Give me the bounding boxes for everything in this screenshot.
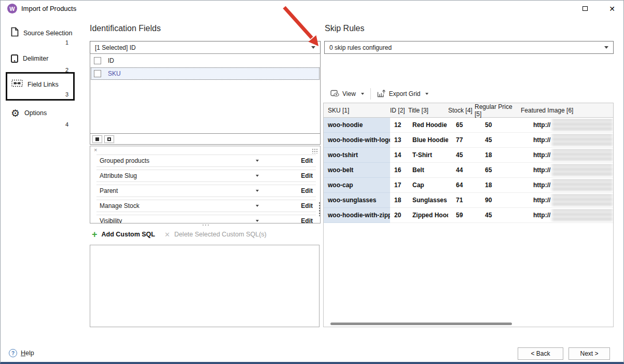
edit-link[interactable]: Edit [298, 172, 313, 179]
step-label: Delimiter [23, 55, 48, 62]
url-prefix: http:// [533, 212, 550, 219]
url-prefix: http:// [533, 136, 550, 144]
help-button[interactable]: ? Help [9, 349, 34, 357]
chevron-down-icon [256, 190, 259, 192]
col-header-featured-image[interactable]: Featured Image [6] [521, 107, 613, 114]
add-custom-sql-button[interactable]: Add Custom SQL [102, 231, 155, 238]
mapping-dropdown[interactable] [254, 205, 298, 207]
window-title: Import of Products [21, 5, 76, 12]
export-grid-icon [377, 89, 386, 99]
table-row[interactable]: woo-belt 16 Belt 44 65 http:// [324, 163, 613, 178]
col-header-stock[interactable]: Stock [4] [448, 107, 475, 114]
delete-custom-sql-button-disabled[interactable]: Delete Selected Custom SQL(s) [174, 231, 267, 238]
chevron-down-icon [256, 220, 259, 222]
cell-regular-price: 18 [475, 181, 521, 189]
mapping-dropdown[interactable] [254, 220, 298, 222]
deselect-all-icon[interactable] [104, 135, 114, 143]
back-button[interactable]: < Back [518, 347, 563, 360]
field-mapping-row[interactable]: Manage Stock Edit [96, 200, 316, 212]
maximize-button[interactable] [576, 2, 594, 15]
mapping-dropdown[interactable] [254, 160, 298, 162]
field-mapping-row[interactable]: Attribute Slug Edit [96, 170, 316, 182]
sidebar-step-field-links-active[interactable]: Field Links 3 [6, 72, 75, 101]
panel-drag-handle-horizontal[interactable] [202, 224, 210, 226]
checkbox-sku[interactable] [94, 70, 101, 77]
cell-featured-image: http:// [521, 119, 613, 132]
cell-regular-price: 45 [475, 212, 521, 219]
cell-sku: woo-hoodie-with-zipper [324, 208, 390, 223]
table-row[interactable]: woo-cap 17 Cap 64 18 http:// [324, 178, 613, 193]
mapping-field-name: Attribute Slug [100, 172, 254, 179]
document-icon [11, 27, 19, 39]
panel-drag-handle-vertical[interactable] [318, 202, 321, 216]
redacted-url-blur [552, 179, 613, 192]
edit-link[interactable]: Edit [298, 202, 313, 209]
cell-title: Zipped Hoodie [408, 212, 448, 219]
cell-stock: 71 [448, 197, 475, 204]
field-mapping-row[interactable]: Grouped products Edit [96, 155, 316, 167]
cell-sku: woo-hoodie-with-logo [324, 133, 390, 148]
cell-sku: woo-sunglasses [324, 193, 390, 208]
cell-id: 17 [390, 181, 408, 189]
edit-link[interactable]: Edit [298, 217, 313, 223]
select-all-icon[interactable] [92, 135, 102, 143]
cell-id: 18 [390, 197, 408, 204]
table-row[interactable]: woo-hoodie 12 Red Hoodie 65 50 http:// [324, 118, 613, 133]
col-header-regular-price[interactable]: Regular Price [5] [475, 103, 521, 118]
chevron-down-icon [311, 46, 315, 49]
field-option-id[interactable]: ID [91, 54, 320, 67]
cell-regular-price: 65 [475, 166, 521, 174]
cell-featured-image: http:// [521, 209, 613, 222]
field-option-sku[interactable]: SKU [91, 67, 320, 80]
cell-title: T-Shirt [408, 151, 448, 159]
dropdown-value: 0 skip rules configured [329, 44, 392, 51]
table-row[interactable]: woo-sunglasses 18 Sunglasses 71 90 http:… [324, 193, 613, 208]
table-row[interactable]: woo-tshirt 14 T-Shirt 45 18 http:// [324, 148, 613, 163]
col-header-title[interactable]: Title [3] [408, 107, 448, 114]
custom-sql-list-box[interactable] [90, 245, 320, 327]
edit-link[interactable]: Edit [298, 157, 313, 164]
col-header-id[interactable]: ID [2] [390, 107, 408, 114]
field-mapping-row[interactable]: Visibility Edit [96, 215, 316, 223]
checkbox-id[interactable] [94, 57, 101, 64]
next-button[interactable]: Next > [568, 347, 610, 360]
preview-grid: SKU [1] ID [2] Title [3] Stock [4] Regul… [323, 103, 614, 327]
cell-stock: 44 [448, 166, 475, 174]
title-bar: W Import of Products ✕ [1, 1, 623, 16]
step-label: Source Selection [23, 30, 73, 37]
resize-grip-icon[interactable] [312, 148, 317, 153]
export-grid-label: Export Grid [389, 90, 421, 97]
dropdown-value: [1 Selected] ID [95, 44, 136, 51]
edit-link[interactable]: Edit [298, 187, 313, 194]
field-mapping-rows: Grouped products Edit Attribute Slug Edi… [90, 155, 320, 223]
col-header-sku[interactable]: SKU [1] [324, 107, 390, 114]
help-question-icon: ? [9, 349, 17, 357]
grid-header-row: SKU [1] ID [2] Title [3] Stock [4] Regul… [324, 103, 613, 118]
field-mapping-row[interactable]: Parent Edit [96, 185, 316, 197]
cell-id: 13 [390, 136, 408, 144]
cell-stock: 77 [448, 136, 475, 144]
identification-fields-dropdown[interactable]: [1 Selected] ID [90, 41, 321, 54]
table-row[interactable]: woo-hoodie-with-zipper 20 Zipped Hoodie … [324, 208, 613, 223]
mapping-dropdown[interactable] [254, 175, 298, 177]
table-row[interactable]: woo-hoodie-with-logo 13 Blue Hoodie 77 4… [324, 133, 613, 148]
close-button[interactable]: ✕ [603, 2, 621, 15]
export-grid-menu-button[interactable]: Export Grid [373, 89, 433, 99]
cell-regular-price: 90 [475, 197, 521, 204]
mapping-field-name: Manage Stock [100, 202, 254, 209]
view-menu-button[interactable]: View [326, 90, 368, 99]
horizontal-scrollbar[interactable] [330, 323, 512, 325]
sidebar-step-source-selection[interactable]: Source Selection 1 [6, 24, 75, 46]
panel-close-icon[interactable]: × [94, 147, 97, 153]
mapping-field-name: Parent [100, 187, 254, 194]
cell-featured-image: http:// [521, 134, 613, 147]
redacted-url-blur [552, 119, 613, 132]
mapping-dropdown[interactable] [254, 190, 298, 192]
sidebar-step-options[interactable]: ⚙ Options 4 [6, 106, 75, 128]
sidebar-step-delimiter[interactable]: , Delimiter 2 [6, 52, 75, 74]
step-number: 4 [65, 121, 68, 128]
cell-featured-image: http:// [521, 194, 613, 207]
redacted-url-blur [552, 194, 613, 207]
skip-rules-dropdown[interactable]: 0 skip rules configured [324, 41, 614, 54]
mapping-field-name: Visibility [100, 217, 254, 223]
